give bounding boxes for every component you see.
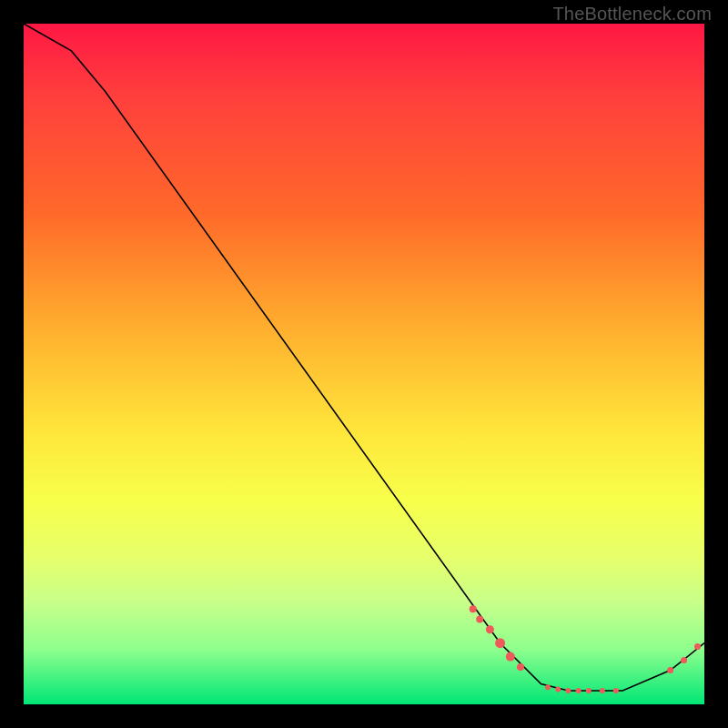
markers-group	[470, 605, 701, 693]
data-marker	[667, 667, 673, 673]
plot-area	[24, 24, 704, 704]
data-marker	[517, 663, 524, 671]
bottleneck-curve	[24, 24, 704, 691]
plot-svg	[24, 24, 704, 704]
data-marker	[613, 688, 619, 693]
data-marker	[681, 657, 687, 663]
watermark-text: TheBottleneck.com	[552, 4, 712, 25]
chart-frame: TheBottleneck.com	[0, 0, 728, 728]
data-marker	[486, 625, 494, 633]
data-marker	[555, 687, 561, 693]
data-marker	[576, 688, 581, 693]
data-marker	[476, 616, 483, 623]
data-marker	[545, 684, 551, 690]
data-marker	[600, 688, 605, 693]
data-marker	[495, 638, 505, 648]
data-marker	[506, 652, 515, 662]
data-marker	[470, 605, 477, 612]
data-marker	[565, 688, 571, 693]
data-marker	[586, 688, 592, 693]
data-marker	[694, 643, 701, 650]
